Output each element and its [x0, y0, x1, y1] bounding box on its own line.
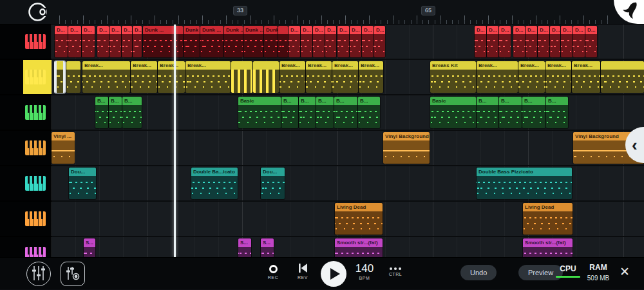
pattern-clip[interactable]: D...: [350, 26, 361, 57]
bpm-display[interactable]: 140 BPM: [353, 262, 376, 280]
pattern-clip[interactable]: Basic: [430, 97, 476, 128]
pattern-clip[interactable]: B...: [522, 97, 545, 128]
pattern-clip[interactable]: Break...: [359, 61, 383, 93]
pattern-clip[interactable]: D...: [526, 26, 537, 57]
pattern-clip[interactable]: B...: [334, 97, 357, 128]
undo-button[interactable]: Undo: [460, 265, 497, 280]
pattern-clip[interactable]: Break...: [306, 61, 332, 93]
track-header-bass[interactable]: [0, 166, 52, 202]
app-logo-corner[interactable]: [614, 0, 644, 24]
pattern-clip[interactable]: D...: [97, 26, 109, 57]
pattern-clip[interactable]: D...: [550, 26, 560, 57]
pattern-clip[interactable]: D...: [122, 26, 132, 57]
pattern-clip[interactable]: Dunk ...: [143, 26, 183, 57]
pattern-clip[interactable]: Dunk ...: [243, 26, 263, 57]
pattern-clip[interactable]: Double Ba...icato: [191, 168, 238, 199]
pattern-clip[interactable]: D...: [325, 26, 336, 57]
pattern-clip[interactable]: Dou...: [69, 168, 96, 199]
pattern-clip[interactable]: B...: [316, 97, 334, 128]
pattern-clip[interactable]: D...: [337, 26, 349, 57]
pattern-clip[interactable]: D...: [487, 26, 498, 57]
pattern-clip[interactable]: D...: [109, 26, 121, 57]
pattern-clip[interactable]: D...: [538, 26, 549, 57]
track-lane-drums[interactable]: D...D...D...D...D...D...D...Dunk ...Dunk…: [52, 24, 644, 60]
track-lane-vinyl[interactable]: Vinyl ...Vinyl BackgroundVinyl Backgroun…: [52, 131, 644, 166]
track-lane-basic[interactable]: B...B...B...BasicB...B...B...B...B...Bas…: [52, 95, 644, 131]
pattern-clip[interactable]: D...: [499, 26, 511, 57]
pattern-clip[interactable]: Vinyl ...: [52, 132, 75, 164]
pattern-clip[interactable]: B...: [281, 97, 298, 128]
pattern-clip[interactable]: Break...: [477, 61, 518, 93]
pattern-clip[interactable]: D...: [585, 26, 597, 57]
pattern-clip[interactable]: Break...: [518, 61, 545, 93]
record-button[interactable]: REC: [263, 263, 283, 280]
pattern-clip[interactable]: B...: [122, 97, 142, 128]
pattern-clip[interactable]: D...: [301, 26, 312, 57]
pattern-clip[interactable]: Break...: [572, 61, 600, 93]
pattern-clip[interactable]: Dunk ...: [200, 26, 223, 57]
pattern-clip[interactable]: Living Dead: [335, 203, 383, 235]
pattern-clip[interactable]: Double Bass Pizzicato: [477, 168, 572, 199]
pattern-clip[interactable]: Smooth str...(fat): [523, 238, 573, 257]
track-lane-breaks[interactable]: Break...Break...Break...Break...Break...…: [52, 60, 644, 95]
ctrl-button[interactable]: CTRL: [384, 262, 407, 276]
pattern-clip[interactable]: B...: [109, 97, 122, 128]
track-header-breaks[interactable]: [0, 60, 52, 95]
mixer-button[interactable]: [26, 262, 51, 286]
track-header-strings[interactable]: [0, 237, 52, 257]
pattern-clip[interactable]: D...: [68, 26, 81, 57]
pattern-clip[interactable]: D...: [561, 26, 573, 57]
pattern-clip[interactable]: Dou...: [261, 168, 285, 199]
pattern-clip[interactable]: D...: [362, 26, 374, 57]
pattern-clip[interactable]: B...: [358, 97, 380, 128]
pattern-clip[interactable]: Break...: [158, 61, 185, 93]
pattern-clip[interactable]: D...: [55, 26, 68, 57]
pattern-clip[interactable]: D...: [313, 26, 325, 57]
pattern-clip[interactable]: Break...: [185, 61, 231, 93]
close-button[interactable]: ✕: [620, 266, 630, 278]
pattern-clip[interactable]: Vinyl Background: [383, 132, 430, 164]
timeline-marker[interactable]: 65: [421, 6, 435, 15]
play-button[interactable]: [321, 261, 346, 287]
track-lane-lead[interactable]: Living DeadLiving Dead: [52, 202, 644, 237]
pattern-clip[interactable]: B...: [95, 97, 108, 128]
pattern-clip[interactable]: Basic: [238, 97, 281, 128]
pattern-clip[interactable]: B...: [477, 97, 498, 128]
track-lane-bass[interactable]: Dou...Double Ba...icatoDou...Double Bass…: [52, 166, 644, 202]
pattern-clip[interactable]: Smooth str...(fat): [335, 238, 383, 257]
track-header-basic[interactable]: [0, 95, 52, 131]
track-header-vinyl[interactable]: [0, 131, 52, 166]
pattern-clip[interactable]: Dunk ...: [184, 26, 200, 57]
pattern-clip[interactable]: [55, 61, 65, 93]
playhead[interactable]: [174, 24, 176, 257]
channel-settings-button[interactable]: [61, 262, 85, 286]
pattern-clip[interactable]: Break...: [279, 61, 305, 93]
pattern-clip[interactable]: S...: [238, 238, 251, 257]
pattern-clip[interactable]: B...: [499, 97, 522, 128]
pattern-clip[interactable]: D...: [475, 26, 486, 57]
pattern-clip[interactable]: D...: [133, 26, 142, 57]
pattern-clip[interactable]: S...: [84, 238, 95, 257]
pattern-clip[interactable]: D...: [573, 26, 585, 57]
pattern-clip[interactable]: Break...: [545, 61, 571, 93]
pattern-clip[interactable]: [601, 61, 644, 93]
pattern-clip[interactable]: D...: [374, 26, 385, 57]
pattern-clip[interactable]: Break...: [82, 61, 130, 93]
track-header-lead[interactable]: [0, 202, 52, 237]
pattern-clip[interactable]: Dunk ...: [264, 26, 278, 57]
pattern-clip[interactable]: D...: [289, 26, 300, 57]
pattern-clip[interactable]: Living Dead: [523, 203, 573, 235]
pattern-clip[interactable]: D...: [513, 26, 525, 57]
pattern-clip[interactable]: [253, 61, 279, 93]
pattern-clip[interactable]: Dunk ...: [224, 26, 243, 57]
pattern-clip[interactable]: [231, 61, 252, 93]
pattern-clip[interactable]: B...: [299, 97, 316, 128]
rewind-button[interactable]: REV: [291, 263, 314, 280]
pattern-clip[interactable]: [66, 61, 80, 93]
pattern-clip[interactable]: [278, 26, 288, 57]
pattern-clip[interactable]: Break...: [332, 61, 358, 93]
pattern-clip[interactable]: Break...: [131, 61, 157, 93]
track-lane-strings[interactable]: S...S...S...Smooth str...(fat)Smooth str…: [52, 237, 644, 257]
timeline-marker[interactable]: 33: [233, 6, 247, 15]
pattern-clip[interactable]: S...: [261, 238, 274, 257]
